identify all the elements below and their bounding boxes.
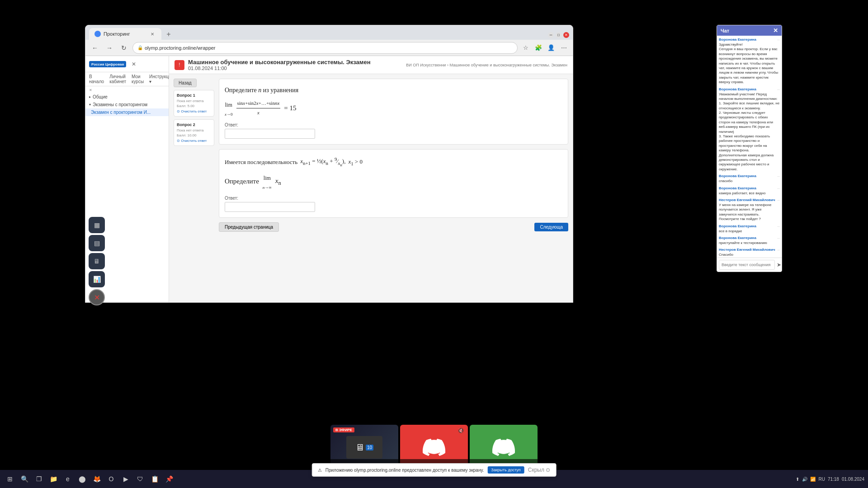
chat-close-btn[interactable]: ✕ (773, 27, 778, 34)
maximize-btn[interactable]: □ (556, 32, 561, 38)
task-view-btn[interactable]: ❐ (33, 473, 45, 485)
url-text: olymp.proctoring.online/wrapper (145, 45, 216, 51)
taskbar-date: 01.08.2024 (842, 477, 864, 482)
firefox-btn[interactable]: 🦊 (90, 473, 103, 485)
minimize-btn[interactable]: ─ (548, 32, 554, 38)
msg1-sender: Воронова Екатерина (719, 38, 756, 42)
profile-icon[interactable]: 👤 (546, 42, 557, 53)
question-card-1: Определите n из уравнения lim x→0 sinx+s… (219, 79, 568, 145)
next-page-btn[interactable]: Следующа (534, 223, 568, 231)
extra-btn4[interactable]: 📌 (163, 473, 175, 485)
extensions-icon[interactable]: 🧩 (533, 42, 544, 53)
msg8-text: Спасибо (719, 253, 780, 257)
chat-send-btn[interactable]: ➤ (777, 260, 781, 269)
nav-link-courses[interactable]: Мои курсы (132, 74, 144, 84)
tray-icon1: ⬆ (796, 477, 799, 482)
tray-lang: RU (818, 477, 825, 482)
tool-calc-btn[interactable]: ▤ (89, 235, 105, 251)
tool-screen-btn[interactable]: 🖥 (89, 253, 105, 269)
search-btn[interactable]: 🔍 (18, 473, 31, 485)
extra-btn1[interactable]: ▶ (119, 473, 132, 485)
nav-link-cabinet[interactable]: Личный кабинет (109, 74, 126, 84)
q1-answer-input[interactable] (225, 129, 315, 139)
q1-lim: lim x→0 (225, 99, 233, 118)
discord-red-mute: 🔇 (458, 427, 464, 434)
q2-lim: lim n→∞ (263, 172, 272, 191)
close-window-btn[interactable]: ✕ (563, 32, 569, 38)
nav-buttons: Предыдущая страница Следующа (219, 222, 568, 232)
question-card-2: Имеется последовательность xn+1 = ½(xn +… (219, 149, 568, 218)
chat-messages: Воронова Екатерина ... Здравствуйте!Сего… (717, 36, 782, 258)
taskbar-time: 71:18 (828, 477, 839, 482)
q2-answer-input[interactable] (225, 202, 315, 212)
msg2-meta: ... (777, 87, 780, 91)
chrome-btn[interactable]: ⬤ (76, 473, 89, 485)
notification-close-btn[interactable]: Скрыл ⊙ (528, 467, 551, 473)
extra-btn3[interactable]: 📋 (148, 473, 161, 485)
q1-text: Определите n из уравнения (225, 84, 562, 96)
msg3-sender: Воронова Екатерина (719, 174, 756, 178)
chat-message-4: Воронова Екатерина ... камера работает, … (719, 186, 780, 196)
sidebar-group-exams[interactable]: ▾ Экзамены с прокторингом (85, 101, 169, 108)
chat-message-2: Воронова Екатерина ... Уважаемый участни… (719, 87, 780, 172)
new-tab-btn[interactable]: + (163, 29, 174, 40)
msg3-text: спасибо (719, 179, 780, 183)
chat-message-5: Нестеров Евгений Михайлович ... У меня н… (719, 198, 780, 222)
floating-tools: ▦ ▤ 🖥 📊 ✕ (89, 217, 105, 305)
exam-header: ! Машинное обучение и высоконагруженные … (169, 56, 573, 74)
sidebar-item-exam[interactable]: Экзамен с прокторингом И... (85, 108, 169, 116)
menu-icon[interactable]: ⋯ (558, 42, 569, 53)
refresh-btn[interactable]: ↻ (118, 42, 130, 54)
chat-header: Чат ✕ (717, 25, 782, 36)
msg6-text: все в порядке (719, 229, 780, 234)
msg2-text: Уважаемый участник! Перед началом выполн… (719, 92, 780, 172)
opera-btn[interactable]: O (105, 473, 118, 485)
bookmark-icon[interactable]: ☆ (520, 42, 531, 53)
msg2-sender: Воронова Екатерина (719, 87, 756, 91)
tool-grid-btn[interactable]: ▦ (89, 217, 105, 233)
start-btn[interactable]: ⊞ (4, 473, 16, 485)
nav-icons: ☆ 🧩 👤 ⋯ (520, 42, 569, 53)
q1-formula: Определите n из уравнения lim x→0 sinx+s… (225, 84, 562, 118)
q2-clear-link[interactable]: ⊙ Очистить ответ (177, 139, 211, 143)
tab-close-btn[interactable]: ✕ (149, 30, 156, 38)
extra-btn2[interactable]: 🛡 (134, 473, 146, 485)
sidebar-group-general[interactable]: ▸ Общие (85, 93, 169, 101)
prev-page-btn[interactable]: Предыдущая страница (219, 222, 279, 232)
q1-clear-link[interactable]: ⊙ Очистить ответ (177, 109, 211, 113)
edge-btn[interactable]: e (61, 473, 74, 485)
address-bar[interactable]: 🔒 olymp.proctoring.online/wrapper (132, 42, 518, 54)
notification-allow-btn[interactable]: Закрыть доступ (487, 466, 524, 474)
chat-input[interactable] (719, 260, 775, 270)
forward-btn[interactable]: → (104, 42, 115, 54)
nav-link-home[interactable]: В начало (89, 74, 104, 84)
discord-red-icon (423, 436, 445, 459)
sidebar-close-btn[interactable]: ✕ (131, 61, 137, 67)
notification-icon: ⚠ (318, 468, 322, 473)
msg5-sender: Нестеров Евгений Михайлович (719, 198, 775, 202)
msg8-sender: Нестеров Евгений Михайлович (719, 248, 775, 252)
q2-formula: Имеется последовательность xn+1 = ½(xn +… (225, 155, 562, 191)
active-tab[interactable]: Прокторинг ✕ (89, 28, 161, 40)
tool-chart-btn[interactable]: 📊 (89, 271, 105, 287)
msg8-meta: ... (777, 248, 780, 252)
notification-text: Приложению olymp.proctoring.online предо… (326, 468, 484, 473)
tab-bar: Прокторинг ✕ + ─ □ ✕ (85, 25, 573, 40)
chat-message-7: Воронова Екатерина ... приступайте к тес… (719, 236, 780, 245)
browser-content: Россия Цифровая ✕ В начало Личный кабине… (85, 56, 573, 302)
msg4-text: камера работает, все видно (719, 191, 780, 196)
explorer-btn[interactable]: 📁 (47, 473, 60, 485)
q2-status: Пока нет ответа (177, 128, 211, 132)
tool-red-btn[interactable]: ✕ (89, 289, 105, 305)
back-btn[interactable]: ← (89, 42, 101, 54)
back-to-exam-btn[interactable]: Назад (174, 79, 197, 87)
q2-answer-label: Ответ: (225, 196, 562, 201)
msg3-meta: ... (777, 174, 780, 178)
q1-title: Вопрос 1 (177, 93, 211, 98)
question-sidebar: Назад Вопрос 1 Пока нет ответа Балл: 5.0… (174, 79, 214, 232)
chat-message-8: Нестеров Евгений Михайлович ... Спасибо (719, 248, 780, 257)
sidebar-close-x[interactable]: ✕ (89, 88, 92, 92)
discord-green-icon (492, 436, 515, 459)
video-screen: 🖥 10 (346, 436, 382, 459)
chat-panel: Чат ✕ Воронова Екатерина ... Здравствуйт… (717, 25, 782, 272)
